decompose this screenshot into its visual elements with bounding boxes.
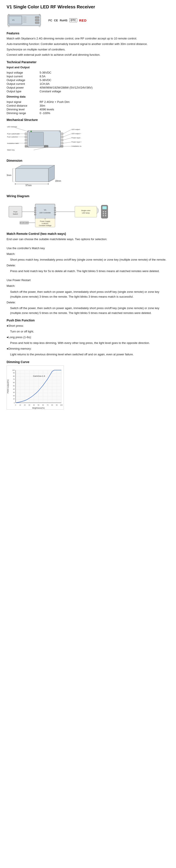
svg-rect-31 bbox=[61, 142, 63, 144]
param-row: Dimming range 0 -100% bbox=[7, 111, 169, 115]
svg-text:90: 90 bbox=[13, 372, 15, 373]
feature-line-1: Match with Skydance's 2.4G dimming remot… bbox=[7, 36, 169, 41]
param-value: 5-36VDC bbox=[40, 78, 169, 82]
svg-text:70: 70 bbox=[47, 404, 48, 406]
svg-text:Power Supply: Power Supply bbox=[40, 220, 50, 222]
feature-line-4: Connect with external push switch to ach… bbox=[7, 53, 169, 57]
svg-text:18mm: 18mm bbox=[55, 180, 61, 182]
svg-text:40: 40 bbox=[13, 388, 15, 390]
svg-text:LED lamp: LED lamp bbox=[82, 212, 90, 214]
match-label-1: Match: bbox=[7, 252, 169, 256]
param-label: Dimming level bbox=[7, 107, 40, 111]
svg-rect-74 bbox=[34, 212, 36, 213]
svg-text:Installation rack: Installation rack bbox=[71, 145, 81, 147]
svg-rect-73 bbox=[34, 210, 36, 211]
svg-text:60: 60 bbox=[13, 382, 15, 383]
features-heading: Features bbox=[7, 31, 169, 35]
svg-text:AC100-240V: AC100-240V bbox=[20, 222, 29, 224]
param-value: Constant voltage bbox=[40, 89, 169, 93]
svg-rect-10 bbox=[35, 22, 39, 24]
params-table-2: Input signal RF 2.4GHz + Push Dim Contro… bbox=[7, 100, 169, 115]
svg-point-98 bbox=[105, 213, 106, 214]
match-text-1: Short press match key, immediately press… bbox=[7, 257, 169, 262]
param-label: Input current bbox=[7, 74, 40, 78]
svg-text:90: 90 bbox=[56, 404, 58, 406]
param-label: Output power bbox=[7, 86, 40, 89]
fc-cert: FC bbox=[48, 19, 52, 22]
svg-text:100: 100 bbox=[60, 404, 63, 406]
param-label: Control distance bbox=[7, 104, 40, 107]
svg-text:40: 40 bbox=[33, 404, 35, 406]
svg-rect-33 bbox=[44, 145, 48, 147]
product-header: V1 FC CE RoHS DTC RED bbox=[7, 12, 169, 28]
svg-point-100 bbox=[105, 215, 106, 216]
svg-rect-23 bbox=[25, 133, 27, 134]
svg-marker-56 bbox=[15, 165, 55, 168]
delete-text-1: Press and hold match key for 5s to delet… bbox=[7, 269, 169, 274]
svg-text:10: 10 bbox=[20, 404, 21, 406]
svg-line-44 bbox=[63, 129, 71, 134]
long-press-text: Press and hold to step-less dimming, Wit… bbox=[7, 341, 169, 345]
param-row: Output voltage 5-36VDC bbox=[7, 78, 169, 82]
param-row: Output power 40W/96W/192W/288W (5V/12V/2… bbox=[7, 86, 169, 89]
svg-text:70: 70 bbox=[13, 378, 15, 380]
svg-text:5-36VDC: 5-36VDC bbox=[42, 222, 48, 224]
features-content: Match with Skydance's 2.4G dimming remot… bbox=[7, 36, 169, 57]
svg-rect-75 bbox=[34, 214, 36, 215]
certifications: FC CE RoHS DTC RED bbox=[48, 18, 87, 22]
delete-label-1: Delete: bbox=[7, 263, 169, 268]
rohs-cert: RoHS bbox=[60, 19, 67, 22]
svg-rect-79 bbox=[54, 214, 56, 215]
dimension-diagram: 97mm 33mm 18mm bbox=[7, 164, 169, 191]
product-image: V1 bbox=[7, 12, 42, 28]
svg-text:33mm: 33mm bbox=[7, 174, 11, 177]
wiring-diagram: Push Switch V1 LED Controller Single-col… bbox=[7, 199, 169, 229]
long-press-label: ●Long press (1-6s): bbox=[7, 335, 169, 340]
svg-point-97 bbox=[103, 213, 104, 214]
svg-text:Gamma=1.6: Gamma=1.6 bbox=[33, 374, 45, 377]
param-row: Input voltage 5-36VDC bbox=[7, 71, 169, 74]
svg-line-48 bbox=[63, 138, 71, 140]
svg-text:50: 50 bbox=[13, 385, 15, 386]
svg-text:20: 20 bbox=[24, 404, 26, 406]
svg-rect-72 bbox=[34, 207, 36, 209]
param-value: RF 2.4GHz + Push Dim bbox=[40, 100, 169, 104]
match-remote-heading: Match Remote Control (two match ways) bbox=[7, 232, 169, 236]
param-value: 1CH,8A bbox=[40, 82, 169, 86]
param-label: Output current bbox=[7, 82, 40, 86]
mechanical-diagram: LED Indicator Push switch com Push switc… bbox=[7, 123, 169, 156]
svg-text:Push switch com: Push switch com bbox=[7, 133, 20, 135]
delete-text-2: Switch off the power, then switch on pow… bbox=[7, 306, 169, 315]
svg-rect-29 bbox=[61, 136, 63, 138]
svg-rect-78 bbox=[54, 212, 56, 213]
svg-text:Power input -: Power input - bbox=[71, 137, 81, 139]
svg-rect-24 bbox=[25, 136, 27, 138]
dimming-data-sub: Dimming data bbox=[7, 94, 169, 99]
svg-text:50: 50 bbox=[38, 404, 39, 406]
svg-point-99 bbox=[103, 215, 104, 216]
svg-rect-28 bbox=[61, 133, 63, 134]
svg-rect-94 bbox=[102, 206, 107, 209]
svg-text:LED Controller: LED Controller bbox=[39, 212, 51, 214]
push-dim-heading: Push Dim Function bbox=[7, 318, 169, 322]
svg-rect-25 bbox=[25, 139, 27, 141]
match-remote-intro: End user can choose the suitable match/d… bbox=[7, 237, 169, 242]
wiring-heading: Wiring Diagram bbox=[7, 194, 169, 198]
svg-text:PWM output(%): PWM output(%) bbox=[7, 379, 9, 393]
short-press-label: ●Short press: bbox=[7, 323, 169, 328]
param-value: 5-36VDC bbox=[40, 71, 169, 74]
param-label: Dimming range bbox=[7, 111, 40, 115]
dimming-curve-heading: Dimming Curve bbox=[7, 360, 169, 364]
svg-rect-26 bbox=[25, 142, 27, 144]
svg-rect-81 bbox=[75, 206, 97, 217]
param-row: Input current 8.5A bbox=[7, 74, 169, 78]
svg-rect-32 bbox=[61, 145, 63, 147]
svg-rect-54 bbox=[15, 168, 48, 182]
param-value: 8.5A bbox=[40, 74, 169, 78]
param-value: 0 -100% bbox=[40, 111, 169, 115]
short-press-text: Turn on or off light. bbox=[7, 329, 169, 334]
feature-line-2: Auto-transmitting function: Controller a… bbox=[7, 42, 169, 46]
svg-text:Push switch in: Push switch in bbox=[7, 136, 17, 138]
svg-text:80: 80 bbox=[51, 404, 53, 406]
dimming-mem-label: ●Dimming memory: bbox=[7, 346, 169, 351]
